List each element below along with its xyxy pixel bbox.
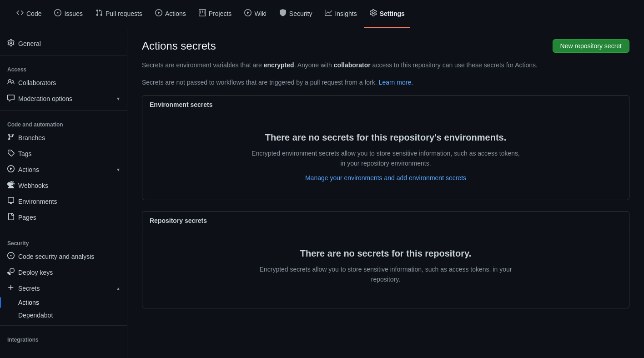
- encrypted-bold: encrypted: [264, 61, 294, 69]
- code-icon: [16, 9, 24, 18]
- actions-sidebar-icon: [7, 165, 15, 174]
- nav-issues[interactable]: Issues: [49, 0, 88, 28]
- description-text-1: Secrets are environment variables that a…: [142, 61, 264, 69]
- sidebar-branches-label: Branches: [18, 134, 45, 141]
- nav-pullrequests-label: Pull requests: [106, 10, 142, 17]
- repo-secrets-empty-title: There are no secrets for this repository…: [153, 248, 618, 259]
- sidebar-webhooks[interactable]: Webhooks: [0, 177, 127, 193]
- repo-secrets-empty: There are no secrets for this repository…: [142, 230, 629, 308]
- secrets-description-1: Secrets are environment variables that a…: [142, 60, 629, 70]
- page-title: Actions secrets: [142, 40, 216, 52]
- webhook-icon: [7, 181, 15, 190]
- top-nav: Code Issues Pull requests Actions Projec…: [0, 0, 644, 28]
- nav-insights-label: Insights: [335, 10, 357, 17]
- sidebar-secrets-dependabot-label: Dependabot: [18, 312, 53, 319]
- new-secret-button[interactable]: New repository secret: [553, 39, 629, 53]
- code-security-icon: [7, 252, 15, 261]
- sidebar-general-label: General: [18, 40, 41, 47]
- sidebar-secrets-actions[interactable]: Actions: [0, 296, 127, 309]
- sidebar: General Access Collaborators Moderation …: [0, 28, 127, 358]
- nav-wiki[interactable]: Wiki: [239, 0, 272, 28]
- sidebar-collaborators[interactable]: Collaborators: [0, 75, 127, 91]
- env-secrets-empty: There are no secrets for this repository…: [142, 114, 629, 200]
- description-text-2: . Anyone with: [294, 61, 334, 69]
- nav-issues-label: Issues: [64, 10, 82, 17]
- sidebar-divider-4: [0, 325, 127, 326]
- moderation-chevron-icon: ▾: [117, 96, 120, 102]
- sidebar-branches[interactable]: Branches: [0, 130, 127, 146]
- nav-security[interactable]: Security: [274, 0, 318, 28]
- sidebar-webhooks-label: Webhooks: [18, 182, 48, 189]
- sidebar-moderation-label: Moderation options: [18, 95, 72, 102]
- sidebar-secrets-dependabot[interactable]: Dependabot: [0, 309, 127, 322]
- sidebar-moderation[interactable]: Moderation options ▾: [0, 91, 127, 106]
- sidebar-environments[interactable]: Environments: [0, 193, 127, 209]
- sidebar-tags-label: Tags: [18, 150, 32, 157]
- sidebar-divider-1: [0, 55, 127, 55]
- key-icon: [7, 268, 15, 277]
- nav-security-label: Security: [289, 10, 312, 17]
- description-text-4: Secrets are not passed to workflows that…: [142, 79, 379, 86]
- env-secrets-empty-desc: Encrypted environment secrets allow you …: [249, 148, 522, 169]
- gear-icon: [7, 39, 15, 48]
- sidebar-automation-section: Code and automation: [0, 114, 127, 130]
- nav-code-label: Code: [26, 10, 41, 17]
- actions-icon: [155, 9, 162, 18]
- issues-icon: [54, 9, 61, 18]
- manage-environments-link[interactable]: Manage your environments and add environ…: [305, 174, 466, 182]
- nav-code[interactable]: Code: [11, 0, 47, 28]
- nav-projects-label: Projects: [209, 10, 232, 17]
- sidebar-divider-3: [0, 229, 127, 229]
- sidebar-security-section: Security: [0, 233, 127, 248]
- environments-icon: [7, 197, 15, 206]
- repo-secrets-header: Repository secrets: [142, 212, 629, 230]
- security-icon: [279, 9, 287, 18]
- sidebar-pages[interactable]: Pages: [0, 209, 127, 225]
- nav-pullrequests[interactable]: Pull requests: [90, 0, 148, 28]
- secrets-chevron-icon: ▴: [117, 285, 120, 292]
- sidebar-actions[interactable]: Actions ▾: [0, 161, 127, 177]
- nav-actions[interactable]: Actions: [150, 0, 191, 28]
- sidebar-tags[interactable]: Tags: [0, 146, 127, 161]
- sidebar-collaborators-label: Collaborators: [18, 79, 56, 86]
- main-content: Actions secrets New repository secret Se…: [127, 28, 644, 358]
- sidebar-divider-2: [0, 110, 127, 111]
- secrets-icon: [7, 284, 15, 292]
- description-text-3: access to this repository can use these …: [371, 61, 538, 69]
- nav-wiki-label: Wiki: [254, 10, 266, 17]
- sidebar-secrets[interactable]: Secrets ▴: [0, 280, 127, 296]
- sidebar-code-security[interactable]: Code security and analysis: [0, 248, 127, 264]
- pages-icon: [7, 213, 15, 222]
- tag-icon: [7, 149, 15, 158]
- repository-secrets-card: Repository secrets There are no secrets …: [142, 211, 629, 309]
- nav-settings-label: Settings: [380, 10, 405, 17]
- nav-insights[interactable]: Insights: [319, 0, 362, 28]
- sidebar-secrets-label: Secrets: [18, 285, 40, 292]
- collaborator-bold: collaborator: [334, 61, 371, 69]
- actions-chevron-icon: ▾: [117, 166, 120, 173]
- main-layout: General Access Collaborators Moderation …: [0, 28, 644, 358]
- comment-icon: [7, 94, 15, 103]
- pullrequest-icon: [96, 9, 103, 18]
- nav-projects[interactable]: Projects: [193, 0, 237, 28]
- branch-icon: [7, 133, 15, 142]
- sidebar-general[interactable]: General: [0, 35, 127, 51]
- sidebar-integrations-section: Integrations: [0, 329, 127, 345]
- people-icon: [7, 78, 15, 87]
- sidebar-environments-label: Environments: [18, 198, 57, 205]
- env-secrets-header: Environment secrets: [142, 96, 629, 114]
- nav-settings[interactable]: Settings: [364, 0, 410, 28]
- learn-more-link[interactable]: Learn more.: [379, 79, 413, 86]
- sidebar-deploy-keys-label: Deploy keys: [18, 269, 53, 276]
- nav-actions-label: Actions: [165, 10, 186, 17]
- insights-icon: [325, 9, 332, 18]
- settings-icon: [370, 9, 377, 18]
- projects-icon: [199, 9, 206, 18]
- secrets-description-2: Secrets are not passed to workflows that…: [142, 77, 629, 87]
- sidebar-secrets-actions-label: Actions: [18, 299, 39, 306]
- sidebar-pages-label: Pages: [18, 214, 36, 221]
- sidebar-code-security-label: Code security and analysis: [18, 253, 94, 260]
- sidebar-deploy-keys[interactable]: Deploy keys: [0, 264, 127, 280]
- sidebar-actions-label: Actions: [18, 166, 39, 173]
- sidebar-access-section: Access: [0, 59, 127, 75]
